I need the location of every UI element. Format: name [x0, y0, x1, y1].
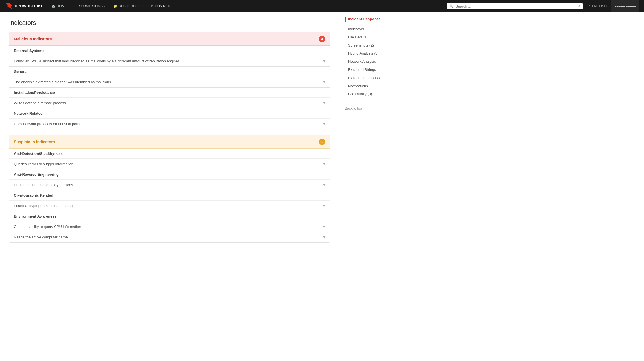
- navbar: CROWDSTRIKE 🏠 HOME ☰ SUBMISSIONS ▾ 📁 RES…: [0, 0, 644, 12]
- resources-icon: 📁: [113, 5, 117, 8]
- malicious-title: Malicious Indicators: [14, 37, 52, 41]
- search-bar: 🔍 ✕: [447, 3, 583, 9]
- sidebar-section-title[interactable]: Incident Response: [345, 17, 395, 22]
- sidebar-item-indicators[interactable]: Indicators: [345, 25, 395, 33]
- flag-icon: 🏳: [587, 4, 591, 8]
- sidebar-item-community[interactable]: Community (0): [345, 90, 395, 98]
- sidebar-item-screenshots[interactable]: Screenshots (2): [345, 42, 395, 50]
- indicator-text: Uses network protocols on unusual ports: [14, 122, 80, 126]
- category-anti-detection: Anti-Detection/Stealthyness Queries kern…: [9, 149, 330, 169]
- brand-name: CROWDSTRIKE: [15, 4, 43, 8]
- indicator-text: Writes data to a remote process: [14, 101, 66, 105]
- suspicious-badge: 17: [319, 139, 325, 145]
- nav-resources[interactable]: 📁 RESOURCES ▾: [110, 0, 146, 12]
- submissions-icon: ☰: [75, 5, 78, 8]
- indicator-row[interactable]: Reads the active computer name ▾: [9, 232, 330, 242]
- indicator-text: Reads the active computer name: [14, 235, 68, 239]
- expand-chevron: ▾: [323, 121, 325, 126]
- sidebar-divider: [345, 102, 395, 102]
- expand-chevron: ▾: [323, 101, 325, 105]
- category-external-systems: External Systems Found an IP/URL artifac…: [9, 46, 330, 67]
- indicator-text: Found a cryptographic related string: [14, 204, 73, 208]
- category-title-anti-detection: Anti-Detection/Stealthyness: [9, 149, 330, 159]
- page-wrapper: Indicators Malicious Indicators 4 Extern…: [0, 12, 644, 361]
- home-icon: 🏠: [51, 5, 55, 8]
- expand-chevron: ▾: [323, 182, 325, 187]
- category-anti-reverse: Anti-Reverse Engineering PE file has unu…: [9, 169, 330, 190]
- brand-logo[interactable]: CROWDSTRIKE: [5, 2, 43, 10]
- indicator-row[interactable]: Found a cryptographic related string ▾: [9, 201, 330, 211]
- suspicious-header: Suspicious Indicators 17: [9, 135, 330, 149]
- sidebar-item-extracted-files[interactable]: Extracted Files (14): [345, 74, 395, 82]
- category-title-anti-reverse: Anti-Reverse Engineering: [9, 169, 330, 180]
- malicious-badge: 4: [319, 36, 325, 42]
- suspicious-title: Suspicious Indicators: [14, 140, 55, 144]
- user-menu[interactable]: ●●●●● ●●●●●: [611, 0, 639, 12]
- category-title-environment: Environment Awareness: [9, 211, 330, 221]
- sidebar-back-to-top[interactable]: Back to top: [345, 105, 395, 112]
- category-installation: Installation/Persistance Writes data to …: [9, 88, 330, 108]
- sidebar-item-hybrid-analysis[interactable]: Hybrid Analysis (3): [345, 49, 395, 58]
- sidebar-item-network-analysis[interactable]: Network Analysis: [345, 58, 395, 66]
- category-general: General The analysis extracted a file th…: [9, 67, 330, 88]
- indicator-row[interactable]: PE file has unusual entropy sections ▾: [9, 180, 330, 190]
- sidebar-item-notifications[interactable]: Notifications: [345, 82, 395, 90]
- category-title-installation: Installation/Persistance: [9, 88, 330, 98]
- nav-contact[interactable]: ✉ CONTACT: [147, 0, 174, 12]
- category-title-general: General: [9, 67, 330, 77]
- indicator-text: The analysis extracted a file that was i…: [14, 80, 111, 84]
- indicator-row[interactable]: Uses network protocols on unusual ports …: [9, 119, 330, 129]
- resources-chevron: ▾: [142, 5, 143, 8]
- indicator-text: Contains ability to query CPU informatio…: [14, 225, 81, 229]
- category-environment: Environment Awareness Contains ability t…: [9, 211, 330, 243]
- search-input[interactable]: [455, 4, 575, 8]
- expand-chevron: ▾: [323, 203, 325, 208]
- sidebar: Incident Response Indicators File Detail…: [339, 12, 401, 361]
- indicator-row[interactable]: The analysis extracted a file that was i…: [9, 77, 330, 87]
- category-network: Network Related Uses network protocols o…: [9, 108, 330, 129]
- category-title-network: Network Related: [9, 108, 330, 119]
- category-title-cryptographic: Cryptographic Related: [9, 190, 330, 201]
- sidebar-item-file-details[interactable]: File Details: [345, 33, 395, 42]
- category-cryptographic: Cryptographic Related Found a cryptograp…: [9, 190, 330, 211]
- nav-home[interactable]: 🏠 HOME: [48, 0, 70, 12]
- indicator-row[interactable]: Contains ability to query CPU informatio…: [9, 221, 330, 232]
- suspicious-section: Suspicious Indicators 17 Anti-Detection/…: [9, 135, 330, 243]
- main-content: Indicators Malicious Indicators 4 Extern…: [0, 12, 339, 361]
- contact-icon: ✉: [151, 5, 153, 8]
- indicator-row[interactable]: Queries kernel debugger information ▾: [9, 159, 330, 169]
- expand-chevron: ▾: [323, 162, 325, 166]
- indicator-row[interactable]: Writes data to a remote process ▾: [9, 98, 330, 108]
- indicator-text: Found an IP/URL artifact that was identi…: [14, 59, 180, 63]
- expand-chevron: ▾: [323, 59, 325, 63]
- expand-chevron: ▾: [323, 235, 325, 239]
- malicious-header: Malicious Indicators 4: [9, 32, 330, 46]
- category-title-external: External Systems: [9, 46, 330, 56]
- expand-chevron: ▾: [323, 224, 325, 229]
- malicious-section: Malicious Indicators 4 External Systems …: [9, 32, 330, 129]
- indicator-text: PE file has unusual entropy sections: [14, 183, 73, 187]
- page-title: Indicators: [9, 19, 330, 27]
- nav-submissions[interactable]: ☰ SUBMISSIONS ▾: [71, 0, 109, 12]
- submissions-chevron: ▾: [104, 5, 105, 8]
- indicator-text: Queries kernel debugger information: [14, 162, 73, 166]
- sidebar-item-extracted-strings[interactable]: Extracted Strings: [345, 66, 395, 74]
- indicator-row[interactable]: Found an IP/URL artifact that was identi…: [9, 56, 330, 66]
- language-selector[interactable]: 🏳 ENGLISH: [584, 4, 610, 8]
- crowdstrike-logo: CROWDSTRIKE: [5, 2, 43, 10]
- search-icon: 🔍: [449, 4, 454, 8]
- expand-chevron: ▾: [323, 80, 325, 84]
- search-clear-button[interactable]: ✕: [577, 4, 580, 8]
